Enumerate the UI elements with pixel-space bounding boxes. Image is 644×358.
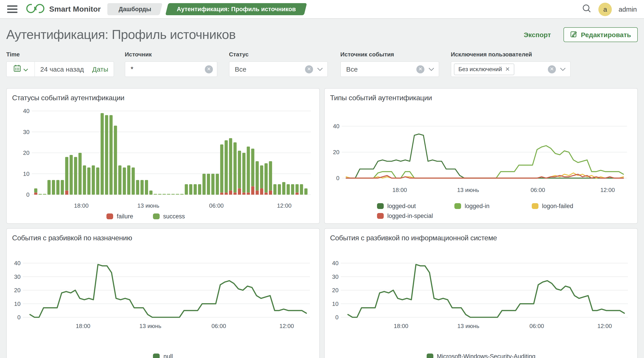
export-button[interactable]: Экспорт bbox=[524, 31, 551, 38]
time-picker[interactable]: 24 часа назад Даты bbox=[6, 61, 114, 77]
search-icon[interactable] bbox=[582, 3, 592, 15]
status-select[interactable]: Все ✕ bbox=[229, 61, 328, 77]
chevron-down-icon[interactable] bbox=[428, 67, 434, 71]
svg-text:10: 10 bbox=[14, 300, 20, 307]
events-by-destination-line-chart[interactable]: 01020304018:0013 июнь06:0012:00 bbox=[12, 245, 315, 339]
legend-swatch-icon bbox=[532, 203, 538, 209]
svg-text:20: 20 bbox=[14, 287, 20, 293]
chart-legend: logged-outlogged-inlogon-failedlogged-in… bbox=[330, 203, 632, 219]
edit-pencil-icon bbox=[570, 30, 577, 39]
time-mode-dropdown[interactable] bbox=[7, 62, 35, 77]
legend-item-logon-failed[interactable]: logon-failed bbox=[532, 203, 621, 209]
svg-text:12:00: 12:00 bbox=[597, 323, 612, 329]
legend-item-logged-in[interactable]: logged-in bbox=[454, 203, 532, 209]
svg-text:12:00: 12:00 bbox=[277, 202, 292, 209]
panel-title: Статусы событий аутентификации bbox=[12, 94, 314, 102]
status-select-value[interactable]: Все bbox=[230, 65, 305, 73]
svg-text:13 июнь: 13 июнь bbox=[137, 202, 159, 209]
event-source-select[interactable]: Все ✕ bbox=[340, 61, 439, 77]
username-label: admin bbox=[618, 5, 637, 13]
legend-swatch-icon bbox=[153, 353, 160, 358]
source-input[interactable]: * ✕ bbox=[125, 61, 217, 77]
event-source-select-value[interactable]: Все bbox=[341, 65, 416, 73]
svg-text:06:00: 06:00 bbox=[209, 202, 224, 209]
filter-source: Источник * ✕ bbox=[125, 51, 217, 77]
brand-name: Smart Monitor bbox=[49, 5, 100, 14]
chevron-down-icon[interactable] bbox=[317, 67, 323, 71]
svg-text:40: 40 bbox=[23, 108, 30, 114]
clear-icon[interactable]: ✕ bbox=[548, 65, 556, 73]
svg-text:0: 0 bbox=[336, 314, 338, 321]
legend-label: null bbox=[164, 353, 173, 358]
breadcrumb: Дашборды Аутентификация: Профиль источни… bbox=[109, 3, 306, 15]
panel-title: События с разбивкой по информационной си… bbox=[330, 234, 632, 242]
svg-text:40: 40 bbox=[333, 123, 340, 130]
legend-label: failure bbox=[117, 213, 133, 220]
auth-event-types-line-chart[interactable]: 0204018:0013 июнь06:0012:00 bbox=[330, 104, 633, 199]
svg-text:18:00: 18:00 bbox=[76, 323, 90, 329]
user-exclusions-select[interactable]: Без исключений ✕ ✕ bbox=[451, 61, 571, 77]
app-logo[interactable]: Smart Monitor bbox=[26, 3, 100, 16]
clear-icon[interactable]: ✕ bbox=[205, 65, 213, 73]
svg-text:06:00: 06:00 bbox=[530, 323, 544, 329]
legend-swatch-icon bbox=[377, 213, 384, 219]
time-range-value[interactable]: 24 часа назад bbox=[35, 65, 92, 73]
svg-text:06:00: 06:00 bbox=[212, 323, 226, 329]
dates-link[interactable]: Даты bbox=[92, 65, 114, 73]
svg-text:30: 30 bbox=[14, 273, 20, 280]
panel-auth-statuses: Статусы событий аутентификации 010203040… bbox=[6, 88, 320, 224]
legend-label: logged-out bbox=[387, 203, 416, 209]
clear-icon[interactable]: ✕ bbox=[305, 65, 313, 73]
panel-auth-event-types: Типы событий аутентификации 0204018:0013… bbox=[324, 88, 638, 224]
filter-time: Time bbox=[6, 51, 114, 77]
edit-button[interactable]: Редактировать bbox=[564, 27, 638, 42]
calendar-icon bbox=[13, 65, 21, 74]
legend-swatch-icon bbox=[426, 353, 433, 358]
filter-event-source: Источник события Все ✕ bbox=[340, 51, 439, 77]
svg-text:10: 10 bbox=[332, 300, 338, 307]
svg-text:0: 0 bbox=[26, 191, 30, 198]
legend-item-failure[interactable]: failure bbox=[106, 213, 133, 220]
legend-item-logged-out[interactable]: logged-out bbox=[377, 203, 454, 209]
tag-remove-icon[interactable]: ✕ bbox=[505, 66, 510, 73]
legend-label: logon-failed bbox=[542, 203, 573, 209]
legend-item-logged-in-special[interactable]: logged-in-special bbox=[377, 213, 454, 219]
svg-text:30: 30 bbox=[23, 129, 30, 135]
legend-swatch-icon bbox=[454, 203, 461, 209]
svg-text:0: 0 bbox=[18, 314, 20, 321]
filter-status: Статус Все ✕ bbox=[229, 51, 328, 77]
svg-text:20: 20 bbox=[332, 287, 338, 293]
exclusion-tag[interactable]: Без исключений ✕ bbox=[454, 63, 514, 75]
chevron-down-icon bbox=[23, 65, 28, 73]
svg-text:0: 0 bbox=[336, 175, 340, 181]
user-avatar[interactable]: a bbox=[598, 3, 612, 16]
filter-bar: Time bbox=[6, 51, 638, 77]
hamburger-menu-icon[interactable] bbox=[7, 5, 18, 13]
breadcrumb-current-dashboard[interactable]: Аутентификация: Профиль источников bbox=[167, 3, 306, 15]
svg-text:40: 40 bbox=[332, 260, 338, 266]
clear-icon[interactable]: ✕ bbox=[416, 65, 424, 73]
svg-text:20: 20 bbox=[23, 149, 30, 156]
chart-legend: failuresuccess bbox=[12, 213, 314, 220]
chevron-down-icon[interactable] bbox=[560, 67, 566, 71]
svg-text:13 июнь: 13 июнь bbox=[139, 323, 161, 329]
breadcrumb-dashboards[interactable]: Дашборды bbox=[109, 3, 161, 15]
app-window: Smart Monitor Дашборды Аутентификация: П… bbox=[0, 0, 644, 358]
events-by-system-line-chart[interactable]: 01020304018:0013 июнь06:0012:00 bbox=[330, 245, 633, 339]
panel-title: Типы событий аутентификации bbox=[330, 94, 632, 102]
legend-item-Microsoft-Windows-Security-Auditing[interactable]: Microsoft-Windows-Security-Auditing bbox=[426, 353, 535, 358]
legend-label: Microsoft-Windows-Security-Auditing bbox=[437, 353, 535, 358]
legend-label: logged-in bbox=[465, 203, 490, 209]
legend-item-null[interactable]: null bbox=[153, 353, 173, 358]
legend-item-success[interactable]: success bbox=[153, 213, 185, 220]
source-input-value[interactable]: * bbox=[125, 65, 205, 73]
svg-text:13 июнь: 13 июнь bbox=[457, 187, 479, 193]
svg-text:10: 10 bbox=[23, 171, 30, 177]
legend-swatch-icon bbox=[153, 213, 160, 219]
auth-statuses-bar-chart[interactable]: 01020304018:0013 июнь06:0012:00 bbox=[12, 104, 315, 212]
panel-title: События с разбивкой по назначению bbox=[12, 234, 314, 242]
svg-text:13 июнь: 13 июнь bbox=[457, 323, 479, 329]
svg-text:20: 20 bbox=[333, 149, 340, 156]
chart-legend: Microsoft-Windows-Security-Auditing bbox=[330, 353, 632, 358]
panel-events-by-destination: События с разбивкой по назначению 010203… bbox=[6, 228, 320, 358]
